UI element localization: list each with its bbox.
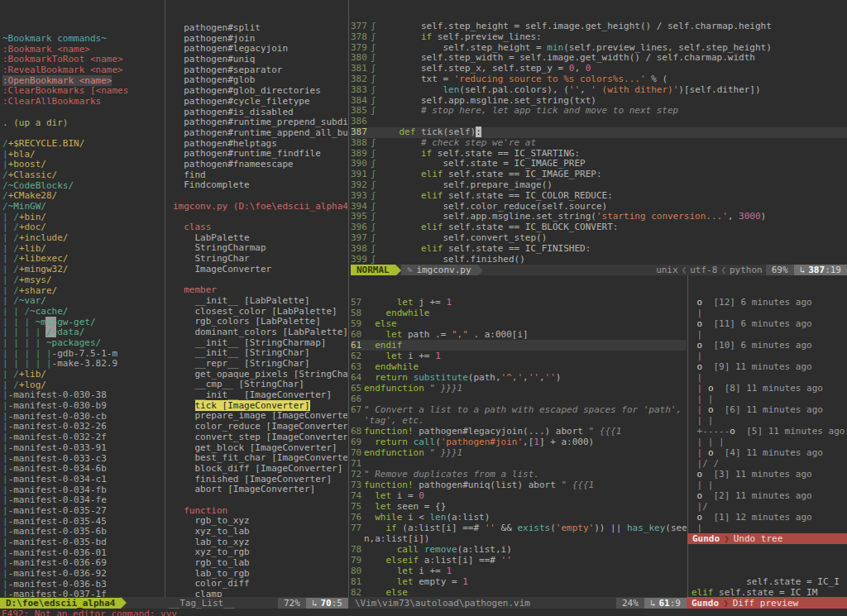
undo-node-row[interactable]: o [12] 6 minutes ago bbox=[691, 297, 847, 308]
bottom-statusbar[interactable]: D:\foe\edscii_alpha4 __Tag_List__ 72% ↳7… bbox=[0, 597, 847, 609]
undo-node-row[interactable]: | | bbox=[691, 480, 847, 490]
taglist-pane[interactable]: pathogen#split pathogen#join pathogen#le… bbox=[169, 0, 347, 597]
undo-node-row[interactable]: | bbox=[691, 372, 847, 383]
code-line[interactable]: 76 while i < len(a:list) bbox=[351, 512, 687, 523]
undo-node-row[interactable]: | bbox=[691, 329, 847, 340]
preview-line[interactable]: self.state = IC_I bbox=[691, 576, 847, 587]
code-line[interactable]: 57 let j += 1 bbox=[351, 297, 687, 308]
undo-node-row[interactable]: | o [8] 11 minutes ago bbox=[691, 383, 847, 394]
text-segment: | / bbox=[2, 222, 19, 232]
text-segment: tick [ImageConverter] bbox=[195, 400, 310, 411]
code-line[interactable]: 58 endwhile bbox=[351, 308, 687, 318]
tag-row[interactable]: __init__ [ImageConverter] bbox=[173, 390, 347, 401]
text-segment: -manifest-0-034-fe bbox=[8, 494, 107, 505]
code-line[interactable]: 'tag', etc. bbox=[351, 415, 687, 426]
code-line[interactable]: 71 bbox=[351, 458, 687, 469]
code-line[interactable]: 78 call remove(a:list,i) bbox=[351, 544, 687, 555]
code-line[interactable]: 65endfunction " }}}1 bbox=[351, 383, 687, 394]
text-segment: member bbox=[173, 284, 217, 295]
nerdtree-pane[interactable]: ~Bookmark commands~:Bookmark <name>:Book… bbox=[0, 0, 162, 597]
line-number: 68 bbox=[351, 426, 364, 437]
code-line[interactable]: 73function! pathogen#uniq(list) abort " … bbox=[351, 480, 687, 490]
vim-command-line[interactable]: E492: Not an editor command: vyv bbox=[0, 609, 847, 616]
undo-node-row[interactable]: | | bbox=[691, 394, 847, 404]
statusline-imgconv[interactable]: NORMAL ✎imgconv.py unix ❮ utf-8 ❮ python… bbox=[351, 265, 847, 275]
text-segment: | bbox=[2, 589, 8, 597]
text-segment: __init__ [StringChar] bbox=[173, 347, 310, 358]
tag-row[interactable]: imgconv.py (D:\foe\edscii_alpha4) bbox=[173, 202, 347, 212]
code-line[interactable]: 70endfunction " }}}1 bbox=[351, 447, 687, 458]
code-line[interactable]: 81 let empty = 1 bbox=[351, 576, 687, 587]
code-line[interactable]: 77 if (a:list[i] ==# '' && exists('empty… bbox=[351, 523, 687, 533]
tag-row[interactable]: ImageConverter bbox=[173, 265, 347, 275]
undo-node-row[interactable]: o [10] 6 minutes ago bbox=[691, 340, 847, 351]
text-segment: pathogen#split bbox=[173, 22, 261, 33]
chevron-left-icon: ❮ bbox=[682, 265, 687, 275]
code-line[interactable]: 80 let i += 1 bbox=[351, 566, 687, 576]
text-segment: -manifest-0-034-6b bbox=[8, 463, 107, 474]
tree-row[interactable]: :ClearAllBookmarks bbox=[2, 97, 162, 107]
gundo-preview-pane[interactable]: self.state = IC_Ielif self.state = IC_IM… bbox=[690, 544, 847, 597]
vimscript-editor-pane[interactable]: 57 let j += 158 endwhile59 else60 let pa… bbox=[351, 275, 687, 597]
tree-row[interactable]: :RevealBookmark <name> bbox=[2, 65, 162, 76]
statusline-taglist[interactable]: __Tag_List__ 72% ↳70:5 bbox=[162, 597, 348, 609]
undo-node-row[interactable]: |/ / bbox=[691, 458, 847, 469]
code-line[interactable]: 385ʃ # stop here, let app tick and move … bbox=[351, 106, 847, 117]
code-line[interactable]: n,a:list[i]) bbox=[351, 533, 687, 544]
statusline-gundo-preview[interactable]: Gundo ❯ Diff preview bbox=[687, 597, 847, 609]
code-line[interactable]: 59 else bbox=[351, 318, 687, 329]
undo-node-row[interactable]: o [9] 11 minutes ago bbox=[691, 361, 847, 372]
undo-node-row[interactable]: o [11] 6 minutes ago bbox=[691, 318, 847, 329]
tag-row[interactable]: Findcomplete bbox=[173, 180, 347, 191]
statusline-nerdtree[interactable]: D:\foe\edscii_alpha4 bbox=[0, 597, 162, 609]
window-separator[interactable] bbox=[687, 275, 688, 597]
text-segment: self.state == IC_IMAGE_PREP: bbox=[443, 169, 601, 179]
undo-node-row[interactable]: o [3] 11 minutes ago bbox=[691, 469, 847, 480]
statusline-pathogen[interactable]: \Vim\vim73\autoload\pathogen.vim 24% ↳61… bbox=[348, 597, 687, 609]
code-line[interactable]: 66 bbox=[351, 394, 687, 404]
python-editor-pane[interactable]: 377ʃ self.step_height = self.image.get_h… bbox=[351, 0, 847, 265]
code-line[interactable]: 399ʃ self.finished() bbox=[351, 255, 847, 265]
tag-row[interactable]: abort [ImageConverter] bbox=[173, 485, 347, 495]
code-line[interactable]: 74 let i = 0 bbox=[351, 490, 687, 501]
undo-node-row[interactable]: +-----o [5] 11 minutes ago bbox=[691, 426, 847, 437]
tag-row[interactable]: clamp bbox=[173, 590, 347, 597]
undo-node-row[interactable]: | o [6] 11 minutes ago bbox=[691, 404, 847, 415]
undo-node-row[interactable]: o [2] 11 minutes ago bbox=[691, 490, 847, 501]
code-line[interactable]: 63 endwhile bbox=[351, 361, 687, 372]
window-separator[interactable] bbox=[165, 0, 165, 597]
statusline-gundo-tree[interactable]: Gundo ❯ Undo tree bbox=[687, 533, 847, 544]
undo-node-row[interactable]: | | | bbox=[691, 437, 847, 447]
undo-node-row[interactable]: | bbox=[691, 523, 847, 533]
undo-node-row[interactable]: o [1] 12 minutes ago bbox=[691, 512, 847, 523]
undo-node-row[interactable]: | bbox=[691, 351, 847, 361]
text-segment: let bbox=[397, 566, 414, 576]
text-segment: | bbox=[2, 474, 8, 485]
undo-node-row[interactable]: |/ bbox=[691, 501, 847, 512]
gundo-tree-pane[interactable]: o [12] 6 minutes ago | o [11] 6 minutes … bbox=[690, 275, 847, 533]
text-segment: -manifest-0-037-1f bbox=[8, 589, 107, 597]
text-segment: self.preview_lines: bbox=[432, 31, 541, 42]
tree-row[interactable]: |-manifest-0-037-1f bbox=[2, 590, 162, 597]
text-segment: StringChar bbox=[173, 253, 250, 264]
code-line[interactable]: 68function! pathogen#legacyjoin(...) abo… bbox=[351, 426, 687, 437]
line-number: 78 bbox=[351, 544, 364, 555]
window-separator[interactable] bbox=[348, 0, 349, 597]
text-segment: -manifest-0-030-b9 bbox=[8, 400, 107, 411]
code-line[interactable]: 62 let i += 1 bbox=[351, 351, 687, 361]
code-line[interactable]: 75 let seen = {} bbox=[351, 501, 687, 512]
undo-node-row[interactable]: | bbox=[691, 308, 847, 318]
tree-row[interactable]: . (up a dir) bbox=[2, 118, 162, 129]
code-line[interactable]: 79 elseif a:list[i] ==# '' bbox=[351, 555, 687, 566]
code-line[interactable]: 67" Convert a list to a path with escape… bbox=[351, 404, 687, 415]
preview-line[interactable] bbox=[691, 566, 847, 576]
code-line[interactable]: 72" Remove duplicates from a list. bbox=[351, 469, 687, 480]
undo-node-row[interactable]: | | bbox=[691, 415, 847, 426]
code-line[interactable]: 61 endif bbox=[351, 340, 687, 351]
code-line[interactable]: 60 let path .= "," . a:000[i] bbox=[351, 329, 687, 340]
code-line[interactable]: 82 else bbox=[351, 587, 687, 597]
code-line[interactable]: 69 return call('pathogen#join',[1] + a:0… bbox=[351, 437, 687, 447]
preview-line[interactable]: elif self.state = IC_IM bbox=[691, 587, 847, 597]
code-line[interactable]: 64 return substitute(path,'^,','','') bbox=[351, 372, 687, 383]
undo-node-row[interactable]: | o [4] 11 minutes ago bbox=[691, 447, 847, 458]
